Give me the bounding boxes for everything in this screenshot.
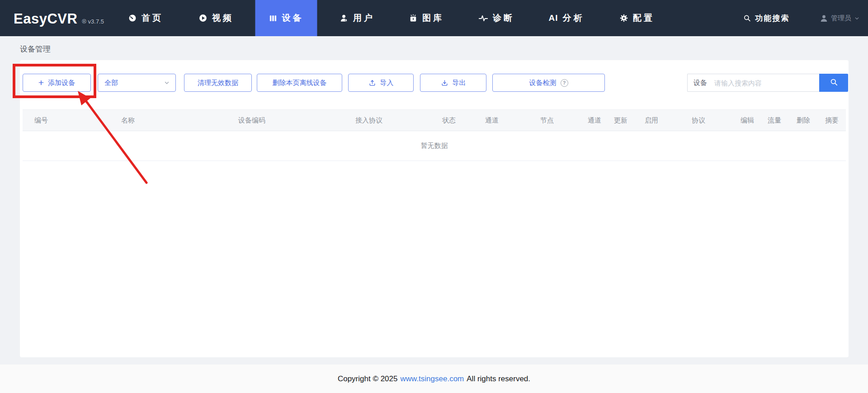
download-icon	[441, 79, 448, 87]
nav-item-label: 诊断	[493, 12, 514, 24]
account-menu[interactable]: 管理员	[820, 0, 860, 36]
nav-item-home[interactable]: 首页	[122, 0, 170, 36]
copyright-text: Copyright © 2025	[338, 374, 398, 384]
nav-item-label: 图库	[422, 12, 444, 24]
device-icon	[269, 14, 278, 23]
column-header: 编号	[34, 110, 48, 131]
column-header: 状态	[442, 110, 456, 131]
search-input[interactable]	[714, 79, 819, 87]
device-detect-button[interactable]: 设备检测 ?	[492, 74, 605, 92]
add-device-label: 添加设备	[48, 79, 75, 87]
nav-item-label: 首页	[142, 12, 163, 24]
nav-item-config[interactable]: 配置	[613, 0, 661, 36]
table-header-row: 编号 名称 设备编码 接入协议 状态 通道 节点 通道 更新 启用 协议 编辑 …	[23, 109, 846, 131]
search-icon	[743, 14, 751, 22]
column-header: 名称	[121, 110, 135, 131]
column-header: 设备编码	[238, 110, 265, 131]
footer: Copyright © 2025 www.tsingsee.com All ri…	[0, 365, 868, 393]
column-header: 通道	[588, 110, 601, 131]
search-button[interactable]	[819, 74, 848, 92]
delete-offline-devices-label: 删除本页离线设备	[273, 79, 327, 87]
column-header: 删除	[797, 110, 810, 131]
play-icon	[198, 14, 208, 23]
delete-offline-devices-button[interactable]: 删除本页离线设备	[257, 74, 342, 92]
user-icon	[340, 14, 349, 23]
gallery-icon	[409, 14, 418, 23]
nav-item-device[interactable]: 设备	[255, 0, 317, 36]
export-label: 导出	[453, 79, 466, 87]
nav-item-gallery[interactable]: 图库	[402, 0, 450, 36]
device-management-card: + 添加设备 全部 清理无效数据 删除本页离线设备 导入 导出 设备检测 ? 设…	[20, 60, 849, 357]
column-header: 摘要	[825, 110, 839, 131]
column-header: 接入协议	[355, 110, 382, 131]
import-label: 导入	[380, 79, 394, 87]
nav-item-ai-analysis[interactable]: AI 分析	[542, 0, 591, 36]
rights-text: All rights reserved.	[467, 374, 530, 384]
column-header: 更新	[614, 110, 627, 131]
clean-invalid-data-button[interactable]: 清理无效数据	[184, 74, 252, 92]
upload-icon	[368, 79, 376, 87]
footer-link[interactable]: www.tsingsee.com	[400, 374, 464, 384]
column-header: 流量	[768, 110, 781, 131]
search-field-select[interactable]: 设备	[693, 79, 707, 87]
empty-data-row: 暂无数据	[23, 131, 846, 161]
nav-item-video[interactable]: 视频	[192, 0, 240, 36]
search-input-box[interactable]: 设备	[687, 74, 819, 92]
device-search: 设备	[687, 74, 848, 92]
top-nav: EasyCVR ® v3.7.5 首页 视频 设备 用户 图库	[0, 0, 868, 36]
nav-item-label: 分析	[563, 12, 585, 24]
column-header: 启用	[645, 110, 658, 131]
brand: EasyCVR ® v3.7.5	[14, 0, 104, 36]
version-label: ® v3.7.5	[82, 18, 104, 25]
nav-item-label: 用户	[353, 12, 375, 24]
device-detect-label: 设备检测	[529, 79, 557, 87]
dashboard-icon	[128, 14, 137, 23]
nav-item-diagnosis[interactable]: 诊断	[472, 0, 521, 36]
chevron-down-icon	[854, 15, 860, 21]
avatar-icon	[820, 14, 828, 23]
page-title: 设备管理	[20, 44, 51, 54]
function-search-label: 功能搜索	[755, 13, 790, 24]
nav-item-label: 设备	[282, 12, 304, 24]
account-label: 管理员	[831, 14, 851, 23]
export-button[interactable]: 导出	[420, 74, 486, 92]
nav-item-user[interactable]: 用户	[333, 0, 381, 36]
empty-data-text: 暂无数据	[421, 142, 448, 150]
import-button[interactable]: 导入	[348, 74, 414, 92]
column-header: 编辑	[741, 110, 754, 131]
magnifier-icon	[830, 78, 838, 88]
plus-icon: +	[38, 78, 44, 87]
column-header: 通道	[485, 110, 499, 131]
column-header: 协议	[692, 110, 705, 131]
gear-icon	[619, 14, 628, 23]
nav-item-label: 配置	[633, 12, 655, 24]
function-search[interactable]: 功能搜索	[743, 0, 790, 36]
column-header: 节点	[540, 110, 554, 131]
add-device-button[interactable]: + 添加设备	[23, 74, 91, 92]
ai-icon: AI	[549, 13, 558, 23]
question-icon[interactable]: ?	[561, 79, 568, 87]
filter-select-value: 全部	[104, 79, 118, 87]
logo-text: EasyCVR	[14, 11, 77, 27]
clean-invalid-data-label: 清理无效数据	[198, 79, 238, 87]
nav-item-label: 视频	[212, 12, 234, 24]
chevron-down-icon	[164, 80, 170, 86]
diagnosis-icon	[478, 13, 488, 23]
filter-select[interactable]: 全部	[98, 74, 176, 92]
